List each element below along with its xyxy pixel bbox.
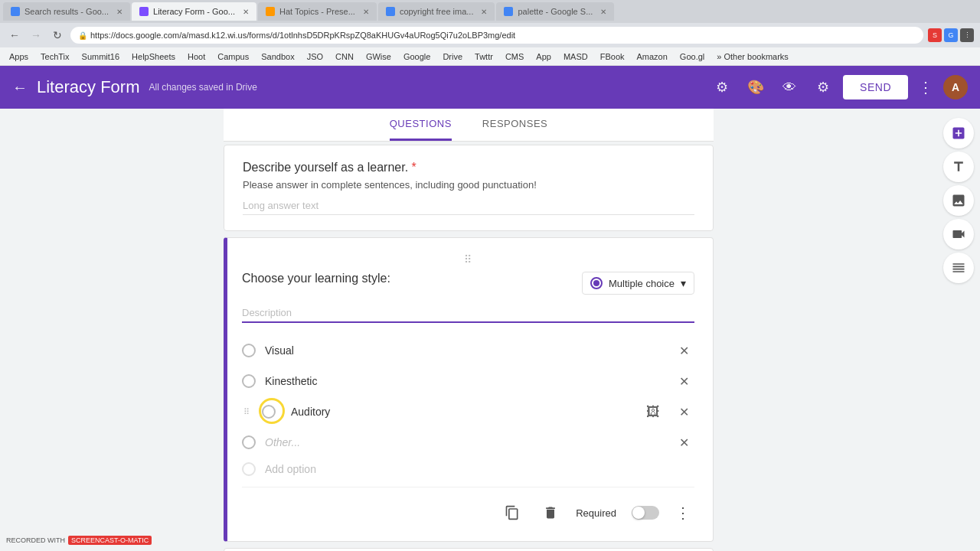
- tab-close[interactable]: ✕: [600, 8, 606, 16]
- tab-hat-topics[interactable]: Hat Topics - Prese... ✕: [258, 2, 377, 21]
- bookmark-cms[interactable]: CMS: [502, 51, 527, 63]
- add-option-text[interactable]: Add option: [265, 463, 316, 475]
- bookmark-amazon[interactable]: Amazon: [634, 51, 671, 63]
- bookmark-sandbox[interactable]: Sandbox: [258, 51, 297, 63]
- bookmark-apps[interactable]: Apps: [6, 51, 31, 63]
- delete-option-other[interactable]: ✕: [673, 432, 694, 453]
- bookmark-helpsheets[interactable]: HelpSheets: [129, 51, 178, 63]
- url-text: https://docs.google.com/a/masd.k12.wi.us…: [90, 31, 515, 40]
- radio-option-visual[interactable]: [242, 344, 256, 357]
- question-card-describe: Describe yourself as a learner. * Please…: [224, 145, 714, 231]
- footer-more-button[interactable]: ⋮: [671, 501, 694, 524]
- bookmark-fbook[interactable]: FBook: [597, 51, 628, 63]
- sidebar-add-section[interactable]: [943, 253, 974, 283]
- forms-header: ← Literacy Form All changes saved in Dri…: [0, 66, 980, 109]
- lock-icon: 🔒: [78, 31, 87, 40]
- duplicate-button[interactable]: [499, 500, 525, 526]
- avatar[interactable]: A: [943, 75, 968, 99]
- address-box[interactable]: 🔒 https://docs.google.com/a/masd.k12.wi.…: [70, 27, 923, 44]
- sidebar-add-title[interactable]: [943, 152, 974, 182]
- tab-close[interactable]: ✕: [243, 8, 249, 16]
- tab-palette[interactable]: palette - Google S... ✕: [496, 2, 614, 21]
- tab-responses[interactable]: RESPONSES: [482, 109, 547, 141]
- preview-icon-btn[interactable]: 👁: [776, 73, 803, 101]
- bookmark-cnn[interactable]: CNN: [332, 51, 357, 63]
- screencast-logo: SCREENCAST-O-MATIC: [68, 536, 152, 545]
- back-button[interactable]: ←: [6, 27, 23, 44]
- tab-close[interactable]: ✕: [481, 8, 487, 16]
- bookmark-app[interactable]: App: [533, 51, 554, 63]
- question-header-title: Choose your learning style:: [242, 272, 573, 285]
- tab-label: palette - Google S...: [518, 7, 593, 16]
- add-option-row: Add option: [242, 458, 694, 481]
- bookmark-techtix[interactable]: TechTix: [38, 51, 73, 63]
- ext-icon-2[interactable]: G: [944, 28, 958, 42]
- image-option-auditory[interactable]: 🖼: [642, 401, 664, 422]
- option-drag-dots: ⠿: [243, 407, 250, 417]
- question-type-selector[interactable]: Multiple choice ▾: [582, 272, 694, 295]
- option-visual: Visual ✕: [242, 335, 694, 366]
- delete-option-kinesthetic[interactable]: ✕: [673, 370, 694, 392]
- ext-icon-3[interactable]: ⋮: [960, 28, 974, 42]
- tab-close[interactable]: ✕: [363, 8, 369, 16]
- delete-question-button[interactable]: [537, 500, 564, 526]
- bookmark-masd[interactable]: MASD: [560, 51, 591, 63]
- tab-label: Search results - Goo...: [24, 7, 109, 16]
- option-other: Other... ✕: [242, 427, 694, 458]
- dropdown-chevron-icon: ▾: [681, 277, 686, 289]
- right-sidebar: [937, 109, 980, 551]
- description-input[interactable]: [242, 304, 694, 323]
- required-toggle[interactable]: [632, 506, 659, 520]
- option-auditory: ⠿ Auditory 🖼 ✕: [242, 396, 694, 427]
- required-star: *: [408, 161, 416, 174]
- radio-option-auditory[interactable]: [262, 405, 276, 419]
- bookmark-drive[interactable]: Drive: [439, 51, 466, 63]
- tab-copyright[interactable]: copyright free ima... ✕: [378, 2, 495, 21]
- card-footer: Required ⋮: [242, 487, 694, 526]
- tab-close[interactable]: ✕: [116, 8, 122, 16]
- send-button[interactable]: SEND: [843, 75, 908, 99]
- palette-icon-btn[interactable]: 🎨: [742, 73, 769, 101]
- auditory-option-wrapper: [262, 405, 276, 419]
- long-answer-placeholder: Long answer text: [243, 200, 694, 215]
- reload-button[interactable]: ↻: [49, 27, 66, 44]
- sidebar-add-question[interactable]: [943, 118, 974, 148]
- question-desc: Please answer in complete sentences, inc…: [243, 179, 694, 191]
- bookmark-jso[interactable]: JSO: [304, 51, 326, 63]
- question-type-label: Multiple choice: [609, 278, 675, 289]
- tab-favicon: [139, 7, 149, 16]
- bookmark-campus[interactable]: Campus: [214, 51, 252, 63]
- customize-icon-btn[interactable]: ⚙: [708, 73, 736, 101]
- delete-option-visual[interactable]: ✕: [673, 340, 694, 361]
- radio-option-other[interactable]: [242, 435, 256, 449]
- bookmark-googl[interactable]: Goo.gl: [677, 51, 707, 63]
- tab-favicon: [386, 7, 395, 16]
- bookmark-other[interactable]: » Other bookmarks: [714, 51, 792, 63]
- tab-questions[interactable]: QUESTIONS: [390, 109, 452, 141]
- tab-search-results[interactable]: Search results - Goo... ✕: [3, 2, 130, 21]
- form-scroll[interactable]: Describe yourself as a learner. * Please…: [224, 142, 714, 551]
- sidebar-add-video[interactable]: [943, 219, 974, 249]
- delete-option-auditory[interactable]: ✕: [673, 401, 694, 422]
- sidebar-add-image[interactable]: [943, 185, 974, 216]
- forward-button[interactable]: →: [28, 27, 44, 44]
- address-bar-row: ← → ↻ 🔒 https://docs.google.com/a/masd.k…: [0, 23, 980, 47]
- more-options-button[interactable]: ⋮: [914, 76, 937, 99]
- question-card-learning-style[interactable]: ⠿ Choose your learning style: Multiple c…: [224, 237, 714, 542]
- center-content: QUESTIONS RESPONSES Describe yourself as…: [0, 109, 937, 551]
- ext-icon-1[interactable]: S: [928, 28, 942, 42]
- radio-option-kinesthetic[interactable]: [242, 374, 256, 388]
- back-button-forms[interactable]: ←: [12, 79, 28, 96]
- bookmark-summit16[interactable]: Summit16: [79, 51, 123, 63]
- tab-favicon: [266, 7, 275, 16]
- question-title: Describe yourself as a learner. *: [243, 161, 694, 174]
- bookmark-twttr[interactable]: Twttr: [472, 51, 496, 63]
- bookmark-google[interactable]: Google: [400, 51, 433, 63]
- bookmark-gwise[interactable]: GWise: [363, 51, 394, 63]
- tab-literacy-form[interactable]: Literacy Form - Goo... ✕: [132, 2, 256, 21]
- settings-icon-btn[interactable]: ⚙: [809, 73, 837, 101]
- tab-label: Hat Topics - Prese...: [279, 7, 355, 16]
- option-kinesthetic: Kinesthetic ✕: [242, 366, 694, 396]
- option-row-other: Other... ✕: [242, 427, 694, 458]
- bookmark-hoot[interactable]: Hoot: [185, 51, 208, 63]
